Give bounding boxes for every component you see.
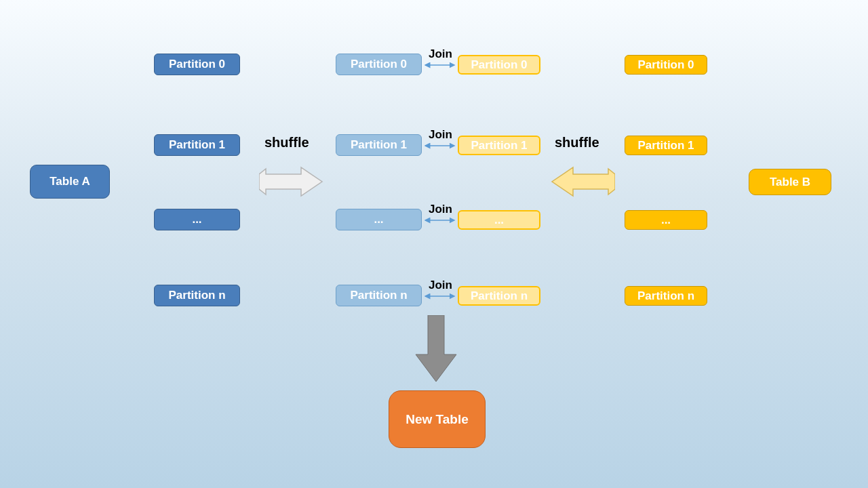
join-left-1: Partition 1 [336, 134, 422, 156]
partition-a-n: Partition n [154, 285, 240, 306]
join-arrow-0 [422, 62, 458, 68]
partition-b-n: Partition n [625, 286, 707, 306]
join-label-2: Join [429, 203, 452, 216]
join-arrow-2 [422, 217, 458, 224]
join-label-0: Join [429, 47, 452, 61]
partition-a-ellipsis: ... [154, 209, 240, 230]
join-left-0: Partition 0 [336, 54, 422, 75]
join-label-3: Join [429, 279, 452, 292]
shuffle-left-label: shuffle [264, 135, 309, 150]
shuffle-right-label: shuffle [555, 135, 599, 150]
partition-b-ellipsis: ... [625, 210, 707, 230]
join-left-ellipsis: ... [336, 209, 422, 230]
partition-a-1: Partition 1 [154, 134, 240, 156]
join-right-1: Partition 1 [458, 136, 540, 155]
join-label-1: Join [429, 128, 452, 142]
shuffle-arrow-right [551, 166, 615, 197]
table-b-box: Table B [749, 169, 831, 195]
join-arrow-3 [422, 293, 458, 300]
join-right-n: Partition n [458, 286, 540, 306]
join-arrow-1 [422, 142, 458, 149]
join-left-n: Partition n [336, 285, 422, 306]
partition-b-1: Partition 1 [625, 136, 707, 155]
join-right-0: Partition 0 [458, 55, 540, 75]
partition-b-0: Partition 0 [625, 55, 707, 75]
down-arrow [414, 315, 458, 383]
new-table-box: New Table [389, 390, 486, 448]
table-a-box: Table A [30, 165, 110, 199]
partition-a-0: Partition 0 [154, 54, 240, 75]
join-right-ellipsis: ... [458, 210, 540, 230]
shuffle-arrow-left [259, 166, 323, 197]
